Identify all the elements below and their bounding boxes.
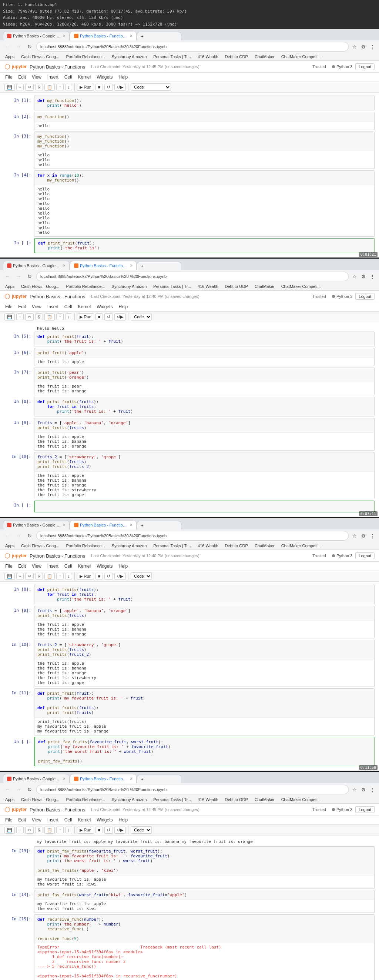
bookmark-icon-4[interactable]: ☆: [351, 786, 358, 793]
back-button-4[interactable]: ←: [3, 785, 12, 794]
cell-content-3-2[interactable]: fruits = ['apple', 'banana', 'orange'] p…: [34, 606, 374, 638]
toolbar-save-3[interactable]: 💾: [5, 573, 15, 580]
toolbar-run-3[interactable]: ▶ Run: [77, 573, 94, 580]
cell-content-1-2[interactable]: my_function() hello: [34, 112, 374, 130]
cell-content-1-3[interactable]: my_function() my_function() my_function(…: [34, 132, 374, 169]
reload-button-4[interactable]: ↻: [25, 785, 34, 794]
toolbar-restart-run-1[interactable]: ↺▶: [114, 84, 126, 91]
bookmark-chatmaker-2[interactable]: ChatMaker: [252, 283, 277, 290]
address-bar-2[interactable]: localhost:8888/notebooks/Python%20Basics…: [36, 272, 349, 281]
tab-jupyter-3[interactable]: Python Basics - Functions - Ju... ×: [70, 520, 136, 530]
menu-icon-4[interactable]: ⋮: [369, 786, 376, 793]
menu-icon-2[interactable]: ⋮: [369, 273, 376, 280]
cell-content-2-2[interactable]: print_fruit('apple') the fruit is: apple: [34, 348, 374, 366]
forward-button-4[interactable]: →: [14, 785, 23, 794]
bookmark-tasks-3[interactable]: Personal Tasks | Tr...: [151, 543, 193, 549]
menu-view-4[interactable]: View: [31, 816, 42, 824]
bookmark-chatmaker-3[interactable]: ChatMaker: [252, 543, 277, 549]
toolbar-add-1[interactable]: +: [16, 84, 24, 91]
menu-cell-1[interactable]: Cell: [63, 73, 73, 81]
bookmark-cashflows[interactable]: Cash Flows - Goog...: [19, 54, 62, 60]
bookmark-cashflows-2[interactable]: Cash Flows - Goog...: [19, 283, 62, 290]
cell-content-1-5[interactable]: def print_fruit(fruit): print('the fruit…: [34, 238, 374, 253]
notebook-name-1[interactable]: Python Basics - Functions: [30, 64, 85, 70]
toolbar-restart-run-2[interactable]: ↺▶: [114, 313, 126, 320]
address-bar[interactable]: localhost:8888/notebooks/Python%20Basics…: [36, 42, 349, 51]
notebook-name-3[interactable]: Python Basics - Functions: [30, 553, 85, 559]
forward-button-2[interactable]: →: [14, 272, 23, 281]
logout-button-2[interactable]: Logout: [355, 293, 374, 300]
toolbar-up-4[interactable]: ↑: [56, 827, 63, 833]
logout-button-4[interactable]: Logout: [355, 806, 374, 813]
bookmark-apps[interactable]: Apps: [3, 54, 17, 60]
toolbar-copy-3[interactable]: ⎘: [35, 573, 43, 579]
reload-button-3[interactable]: ↻: [25, 531, 34, 540]
toolbar-cut-1[interactable]: ✂: [25, 84, 34, 91]
menu-widgets-2[interactable]: Widgets: [96, 303, 113, 310]
toolbar-restart-4[interactable]: ↺: [105, 827, 113, 834]
toolbar-cut-3[interactable]: ✂: [25, 573, 34, 580]
menu-insert-4[interactable]: Insert: [47, 816, 59, 824]
bookmark-apps-2[interactable]: Apps: [3, 283, 17, 290]
bookmark-debt-3[interactable]: Debt to GDP: [223, 543, 250, 549]
bookmark-416-2[interactable]: 416 Wealth: [195, 283, 220, 290]
toolbar-save-4[interactable]: 💾: [5, 827, 15, 834]
toolbar-down-2[interactable]: ↓: [65, 313, 73, 320]
menu-file-4[interactable]: File: [5, 816, 13, 824]
back-button-2[interactable]: ←: [3, 272, 12, 281]
toolbar-run-2[interactable]: ▶ Run: [77, 313, 94, 320]
cell-content-2-6[interactable]: fruits_2 = ['strawberry', 'grape'] print…: [34, 452, 374, 499]
bookmark-portfolio-2[interactable]: Portfolio Rebalance...: [63, 283, 107, 290]
bookmark-apps-3[interactable]: Apps: [3, 543, 17, 549]
bookmark-chatmaker-4[interactable]: ChatMaker: [252, 797, 277, 802]
menu-view-1[interactable]: View: [31, 73, 42, 81]
menu-widgets-3[interactable]: Widgets: [96, 562, 113, 570]
notebook-name-2[interactable]: Python Basics - Functions: [30, 294, 85, 299]
menu-edit-3[interactable]: Edit: [17, 562, 27, 570]
menu-file-1[interactable]: File: [5, 73, 13, 81]
toolbar-down-4[interactable]: ↓: [65, 827, 73, 833]
tab-jupyter-close[interactable]: ×: [130, 33, 133, 38]
extensions-icon-2[interactable]: ⚙: [360, 273, 367, 280]
bookmark-portfolio-4[interactable]: Portfolio Rebalance...: [63, 797, 107, 802]
tab-slides-close-2[interactable]: ×: [63, 263, 65, 268]
toolbar-restart-run-3[interactable]: ↺▶: [114, 573, 126, 580]
bookmark-tasks[interactable]: Personal Tasks | Tr...: [151, 54, 193, 60]
cell-content-1-1[interactable]: def my_function(): print('hello'): [34, 95, 374, 110]
forward-button[interactable]: →: [14, 42, 23, 51]
menu-cell-4[interactable]: Cell: [63, 816, 73, 824]
bookmark-chatmaker[interactable]: ChatMaker: [252, 54, 277, 60]
cell-content-3-3[interactable]: fruits_2 = ['strawberry', 'grape'] print…: [34, 640, 374, 687]
tab-google-slides-4[interactable]: Python Basics - Google Slides ×: [3, 774, 70, 783]
cell-type-select-2[interactable]: Code: [131, 313, 152, 320]
back-button[interactable]: ←: [3, 42, 12, 51]
cell-content-4-3[interactable]: def recursive_func(number): print('the n…: [34, 915, 374, 980]
toolbar-paste-4[interactable]: 📋: [44, 827, 55, 834]
extensions-icon-4[interactable]: ⚙: [360, 786, 367, 793]
new-tab-button[interactable]: +: [137, 32, 181, 40]
tab-jupyter-close-4[interactable]: ×: [130, 776, 133, 781]
toolbar-save-2[interactable]: 💾: [5, 313, 15, 320]
menu-cell-2[interactable]: Cell: [63, 303, 73, 310]
reload-button-2[interactable]: ↻: [25, 272, 34, 281]
menu-view-3[interactable]: View: [31, 562, 42, 570]
bookmark-cashflows-4[interactable]: Cash Flows - Goog...: [19, 797, 62, 802]
toolbar-stop-4[interactable]: ■: [95, 827, 103, 833]
cell-type-select-4[interactable]: Code: [131, 826, 152, 834]
menu-insert-2[interactable]: Insert: [47, 303, 59, 310]
cell-content-2-3[interactable]: print_fruit('pear') print_fruit('orange'…: [34, 368, 374, 395]
extensions-icon[interactable]: ⚙: [360, 43, 367, 50]
toolbar-paste-3[interactable]: 📋: [44, 573, 55, 580]
toolbar-add-3[interactable]: +: [16, 573, 24, 579]
toolbar-paste-2[interactable]: 📋: [44, 313, 55, 320]
toolbar-copy-1[interactable]: ⎘: [35, 84, 43, 91]
toolbar-stop-1[interactable]: ■: [95, 84, 103, 91]
cell-content-3-5[interactable]: def print_fav_fruits(favourite_fruit, wo…: [34, 737, 374, 766]
bookmark-chatmaker-competi-4[interactable]: ChatMaker Competi...: [279, 797, 323, 802]
menu-widgets-4[interactable]: Widgets: [96, 816, 113, 824]
tab-google-slides[interactable]: Python Basics - Google Slides ×: [3, 31, 70, 40]
cell-content-4-1[interactable]: def print_fav_fruits(favourite_fruit, wo…: [34, 846, 374, 888]
forward-button-3[interactable]: →: [14, 531, 23, 540]
cell-content-2-4[interactable]: def print_fruits(fruits): for fruit in f…: [34, 397, 374, 417]
toolbar-run-1[interactable]: ▶ Run: [77, 84, 94, 91]
